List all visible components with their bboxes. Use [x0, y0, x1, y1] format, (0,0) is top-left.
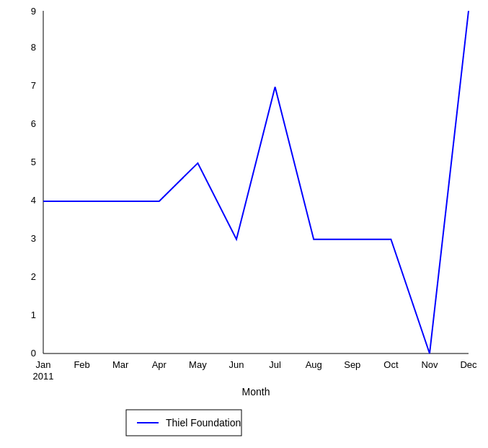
x-label-mar: Mar — [112, 359, 129, 370]
x-label-dec: Dec — [460, 359, 477, 370]
x-label-oct: Oct — [383, 359, 399, 370]
y-label-9: 9 — [31, 6, 36, 17]
chart-svg: 0 1 2 3 4 5 6 7 8 9 Jan Feb Mar Apr May … — [0, 0, 488, 448]
x-axis-label: Month — [242, 386, 270, 398]
y-label-2: 2 — [31, 271, 36, 282]
x-label-nov: Nov — [421, 359, 438, 370]
y-label-5: 5 — [31, 157, 36, 167]
y-label-8: 8 — [31, 42, 36, 53]
x-label-aug: Aug — [306, 359, 322, 370]
x-label-jun: Jun — [229, 359, 244, 370]
y-label-4: 4 — [31, 195, 36, 206]
year-label: 2011 — [33, 371, 54, 382]
x-label-jan: Jan — [36, 359, 51, 370]
x-label-apr: Apr — [152, 359, 167, 370]
y-label-7: 7 — [31, 80, 36, 91]
y-label-6: 6 — [31, 118, 36, 129]
data-line-thiel — [43, 11, 469, 353]
x-label-feb: Feb — [74, 359, 89, 370]
x-label-sep: Sep — [344, 359, 360, 370]
x-label-may: May — [189, 359, 207, 370]
y-label-0: 0 — [31, 348, 36, 359]
y-label-1: 1 — [31, 309, 36, 320]
x-label-jul: Jul — [269, 359, 281, 370]
legend-label: Thiel Foundation — [166, 417, 241, 429]
chart-container: 0 1 2 3 4 5 6 7 8 9 Jan Feb Mar Apr May … — [0, 0, 488, 448]
y-label-3: 3 — [31, 233, 36, 244]
